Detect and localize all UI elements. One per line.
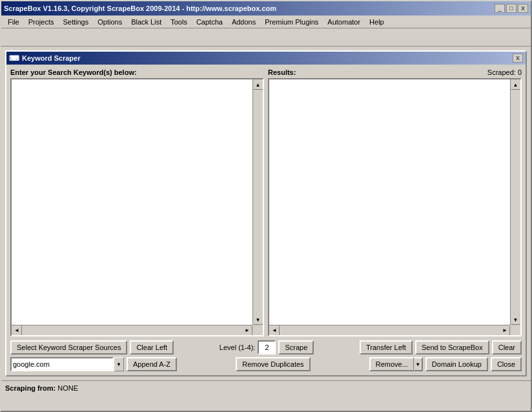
- keywords-scroll-down-button[interactable]: ▼: [253, 314, 263, 325]
- remove-dropdown-arrow[interactable]: ▼: [414, 357, 423, 371]
- menu-item-blacklist[interactable]: Black List: [127, 17, 165, 26]
- menu-item-automator[interactable]: Automator: [323, 17, 364, 26]
- keywords-scroll-corner: [252, 325, 263, 335]
- results-scroll-down-button[interactable]: ▼: [511, 314, 521, 325]
- status-label: Scraping from:: [5, 384, 56, 392]
- clear-left-button[interactable]: Clear Left: [130, 340, 174, 355]
- left-col-label: Enter your Search Keyword(s) below:: [10, 68, 137, 76]
- results-scroll-track-v: [511, 90, 520, 314]
- bottom-controls: Select Keyword Scraper Sources Clear Lef…: [10, 340, 522, 371]
- remove-button[interactable]: Remove...: [369, 357, 414, 371]
- left-column: Enter your Search Keyword(s) below: ▲ ▼ …: [10, 68, 264, 336]
- keywords-scroll-track-v: [253, 90, 263, 314]
- keywords-scrollbar-vertical[interactable]: ▲ ▼: [252, 79, 263, 325]
- keywords-scroll-up-button[interactable]: ▲: [253, 79, 263, 90]
- transfer-left-button[interactable]: Transfer Left: [360, 340, 413, 355]
- keywords-scrollbar-horizontal[interactable]: ◄ ►: [12, 325, 252, 335]
- append-az-button[interactable]: Append A-Z: [127, 357, 177, 371]
- menu-item-settings[interactable]: Settings: [59, 17, 92, 26]
- minimize-button[interactable]: _: [495, 4, 505, 13]
- menu-item-file[interactable]: File: [4, 17, 23, 26]
- menu-item-help[interactable]: Help: [365, 17, 388, 26]
- keywords-scroll-right-button[interactable]: ►: [242, 325, 252, 336]
- menu-item-projects[interactable]: Projects: [25, 17, 58, 26]
- source-select-wrapper: google.com ▼: [10, 357, 124, 371]
- right-col-label: Results:: [268, 68, 296, 76]
- menu-bar: File Projects Settings Options Black Lis…: [1, 15, 531, 28]
- results-scroll-right-button[interactable]: ►: [500, 325, 510, 336]
- scraped-count: Scraped: 0: [487, 68, 522, 76]
- keyword-scraper-dialog: ⌨ Keyword Scraper X Enter your Search Ke…: [5, 50, 527, 376]
- maximize-button[interactable]: □: [506, 4, 517, 13]
- main-window: ScrapeBox V1.16.3, Copyright ScrapeBox 2…: [0, 0, 532, 412]
- results-scrollbar-vertical[interactable]: ▲ ▼: [510, 79, 520, 325]
- results-scrollbar-horizontal[interactable]: ◄ ►: [269, 325, 510, 335]
- close-button[interactable]: X: [518, 4, 528, 13]
- keywords-textarea-wrapper: ▲ ▼ ◄ ►: [10, 78, 264, 336]
- source-dropdown-arrow[interactable]: ▼: [114, 357, 124, 371]
- remove-duplicates-button[interactable]: Remove Duplicates: [236, 357, 310, 371]
- results-textarea[interactable]: [269, 79, 510, 325]
- menu-item-options[interactable]: Options: [94, 17, 126, 26]
- source-select[interactable]: google.com: [10, 357, 114, 371]
- title-bar-text: ScrapeBox V1.16.3, Copyright ScrapeBox 2…: [4, 5, 276, 12]
- main-toolbar: [1, 28, 531, 46]
- domain-lookup-button[interactable]: Domain Lookup: [425, 357, 488, 371]
- keywords-textarea[interactable]: [12, 79, 252, 325]
- menu-item-premium-plugins[interactable]: Premium Plugins: [261, 17, 322, 26]
- right-column: Results: Scraped: 0 ▲ ▼ ◄ ►: [268, 68, 522, 336]
- results-scroll-track-h: [280, 325, 500, 335]
- dialog-title-bar: ⌨ Keyword Scraper X: [6, 52, 526, 65]
- title-bar: ScrapeBox V1.16.3, Copyright ScrapeBox 2…: [1, 1, 531, 15]
- dialog-title-text: ⌨ Keyword Scraper: [9, 54, 80, 63]
- keywords-scroll-left-button[interactable]: ◄: [12, 325, 22, 336]
- level-input[interactable]: [258, 340, 276, 355]
- results-scroll-left-button[interactable]: ◄: [269, 325, 280, 336]
- right-col-header: Results: Scraped: 0: [268, 68, 522, 76]
- results-scroll-corner: [510, 325, 520, 335]
- keyboard-icon: ⌨: [9, 54, 19, 63]
- menu-item-tools[interactable]: Tools: [167, 17, 191, 26]
- two-column-layout: Enter your Search Keyword(s) below: ▲ ▼ …: [10, 68, 522, 336]
- dialog-body: Enter your Search Keyword(s) below: ▲ ▼ …: [6, 65, 526, 375]
- results-textarea-wrapper: ▲ ▼ ◄ ►: [268, 78, 522, 336]
- bottom-row2: google.com ▼ Append A-Z Remove Duplicate…: [10, 357, 522, 371]
- select-sources-button[interactable]: Select Keyword Scraper Sources: [10, 340, 127, 355]
- remove-split-button: Remove... ▼: [369, 357, 423, 371]
- results-scroll-up-button[interactable]: ▲: [511, 79, 521, 90]
- left-col-header: Enter your Search Keyword(s) below:: [10, 68, 264, 76]
- status-value: NONE: [57, 384, 78, 392]
- close-dialog-button[interactable]: Close: [491, 357, 522, 371]
- title-bar-controls: _ □ X: [495, 4, 528, 13]
- menu-item-captcha[interactable]: Captcha: [192, 17, 227, 26]
- menu-item-addons[interactable]: Addons: [228, 17, 260, 26]
- send-to-scrapebox-button[interactable]: Send to ScrapeBox: [415, 340, 489, 355]
- scrape-button[interactable]: Scrape: [278, 340, 314, 355]
- dialog-close-button[interactable]: X: [513, 54, 523, 63]
- status-bar: Scraping from: NONE: [1, 380, 531, 395]
- level-label: Level (1-4):: [220, 344, 256, 351]
- keywords-scroll-track-h: [22, 325, 242, 335]
- clear-button[interactable]: Clear: [492, 340, 522, 355]
- bottom-row1: Select Keyword Scraper Sources Clear Lef…: [10, 340, 522, 355]
